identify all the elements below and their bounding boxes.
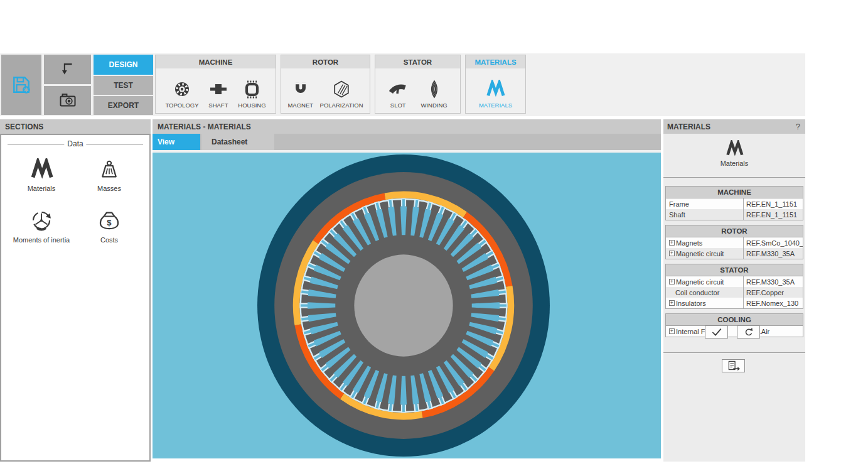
- divider: [663, 352, 805, 353]
- tab-design[interactable]: DESIGN: [94, 55, 153, 75]
- masses-icon: [97, 158, 121, 181]
- row-label: +Magnetic circuit: [666, 276, 743, 287]
- materials-header-block: Materials: [663, 140, 805, 167]
- sections-panel: SECTIONS Data Materials: [0, 119, 151, 462]
- topology-button[interactable]: TOPOLOGY: [165, 68, 198, 113]
- materials-table-rotor: ROTOR+MagnetsREF.SmCo_1040_1800+Magnetic…: [665, 225, 803, 259]
- materials-tables: MACHINEFrameREF.EN_1_1151ShaftREF.EN_1_1…: [665, 186, 803, 342]
- table-row[interactable]: +Magnetic circuitREF.M330_35A: [666, 248, 803, 259]
- slot-label: SLOT: [390, 102, 406, 109]
- table-row[interactable]: +MagnetsREF.SmCo_1040_1800: [666, 237, 803, 248]
- row-label: +Insulators: [666, 298, 743, 308]
- row-value[interactable]: REF.Nomex_130: [743, 298, 803, 308]
- row-label: +Magnets: [666, 237, 743, 248]
- slot-button[interactable]: SLOT: [388, 68, 408, 113]
- panel-help-icon[interactable]: ?: [796, 122, 800, 131]
- main-view-title: MATERIALS - MATERIALS: [153, 119, 661, 134]
- row-label: Shaft: [666, 209, 743, 220]
- row-label: Frame: [666, 198, 743, 209]
- expand-icon[interactable]: +: [669, 251, 675, 256]
- costs-label: Costs: [100, 236, 118, 244]
- shaft-icon: [208, 77, 228, 102]
- table-section-header: ROTOR: [666, 225, 803, 237]
- table-section-header: STATOR: [666, 264, 803, 276]
- main-view: MATERIALS - MATERIALS View Datasheet: [153, 119, 661, 458]
- winding-button[interactable]: WINDING: [421, 68, 447, 113]
- materials-icon: [29, 158, 54, 181]
- toolbar-group-machine: MACHINE TOPOLOGY: [155, 55, 276, 114]
- save-button[interactable]: [1, 55, 41, 115]
- shaft-button[interactable]: SHAFT: [208, 68, 228, 113]
- export-document-icon: [726, 360, 741, 372]
- row-value[interactable]: REF.SmCo_1040_1800: [743, 237, 803, 248]
- toolbar: DESIGN TEST EXPORT MACHINE TOPOL: [0, 53, 805, 116]
- tab-view[interactable]: View: [153, 134, 200, 150]
- motor-cross-section: [257, 154, 550, 457]
- materials-table-stator: STATOR+Magnetic circuitREF.M330_35ACoil …: [665, 264, 803, 309]
- view-tabbar: View Datasheet: [153, 134, 661, 150]
- topology-label: TOPOLOGY: [165, 102, 198, 109]
- reset-icon: [743, 327, 754, 338]
- housing-label: HOUSING: [238, 102, 265, 109]
- housing-icon: [242, 77, 262, 102]
- sidebar-item-materials[interactable]: Materials: [8, 158, 75, 192]
- polarization-label: POLARIZATION: [320, 102, 363, 109]
- winding-icon: [424, 77, 444, 102]
- table-row[interactable]: Coil conductorREF.Copper: [666, 287, 803, 298]
- row-value[interactable]: REF.EN_1_1151: [743, 209, 803, 220]
- table-row[interactable]: +InsulatorsREF.Nomex_130: [666, 298, 803, 308]
- table-row[interactable]: +Magnetic circuitREF.M330_35A: [666, 276, 803, 287]
- group-title: MATERIALS: [466, 55, 525, 68]
- tab-datasheet[interactable]: Datasheet: [201, 134, 274, 150]
- data-group-legend: Data: [64, 139, 86, 148]
- sidebar-item-costs[interactable]: $ Costs: [75, 208, 143, 244]
- sections-panel-title: SECTIONS: [0, 119, 151, 134]
- export-report-button[interactable]: [722, 359, 745, 372]
- undo-button[interactable]: [44, 55, 91, 84]
- winding-label: WINDING: [421, 102, 447, 109]
- group-title: ROTOR: [281, 55, 370, 68]
- screenshot-button[interactable]: [44, 86, 91, 115]
- moments-of-inertia-icon: [29, 208, 54, 232]
- toolbar-group-stator: STATOR SLOT: [375, 55, 461, 114]
- row-label: Coil conductor: [666, 287, 743, 298]
- tab-test[interactable]: TEST: [94, 76, 153, 95]
- materials-panel-title-label: MATERIALS: [667, 122, 710, 131]
- expand-icon[interactable]: +: [669, 300, 675, 306]
- toolbar-group-rotor: ROTOR MAGNET: [281, 55, 370, 114]
- polarization-button[interactable]: POLARIZATION: [320, 68, 363, 113]
- row-value[interactable]: REF.M330_35A: [743, 276, 803, 287]
- apply-button[interactable]: [705, 325, 728, 338]
- table-row[interactable]: ShaftREF.EN_1_1151: [666, 209, 803, 220]
- row-value[interactable]: REF.M330_35A: [743, 248, 803, 259]
- magnet-button[interactable]: MAGNET: [287, 68, 313, 113]
- sidebar-item-masses[interactable]: Masses: [75, 158, 143, 192]
- table-row[interactable]: FrameREF.EN_1_1151: [666, 198, 803, 209]
- materials-properties-panel: MATERIALS ? Materials MACHINEFrameREF.EN…: [663, 119, 805, 462]
- tab-export[interactable]: EXPORT: [94, 96, 153, 115]
- topology-icon: [172, 77, 192, 102]
- shaft-label: SHAFT: [208, 102, 228, 109]
- materials-button[interactable]: MATERIALS: [479, 68, 512, 113]
- expand-icon[interactable]: +: [669, 279, 675, 284]
- polarization-icon: [331, 77, 351, 102]
- svg-text:$: $: [107, 218, 112, 227]
- undo-icon: [58, 60, 77, 79]
- masses-label: Masses: [97, 185, 121, 192]
- motor-viewport[interactable]: [153, 153, 661, 458]
- camera-icon: [58, 90, 78, 111]
- housing-button[interactable]: HOUSING: [238, 68, 265, 113]
- sidebar-item-moments-of-inertia[interactable]: Moments of inertia: [8, 208, 75, 244]
- expand-icon[interactable]: +: [669, 240, 675, 246]
- reset-button[interactable]: [737, 325, 760, 338]
- expand-icon[interactable]: +: [669, 328, 675, 334]
- row-value[interactable]: REF.EN_1_1151: [743, 198, 803, 209]
- toolbar-group-materials: MATERIALS MATERIALS: [465, 55, 526, 114]
- materials-label: Materials: [28, 185, 56, 192]
- row-value[interactable]: REF.Copper: [743, 287, 803, 298]
- table-section-header: MACHINE: [666, 187, 803, 198]
- table-row[interactable]: +Internal FluidREF.Air: [666, 326, 803, 337]
- materials-table-cooling: COOLING+Internal FluidREF.Air: [665, 313, 803, 337]
- data-group: Data Materials Masses: [8, 144, 143, 244]
- table-section-header: COOLING: [666, 314, 803, 326]
